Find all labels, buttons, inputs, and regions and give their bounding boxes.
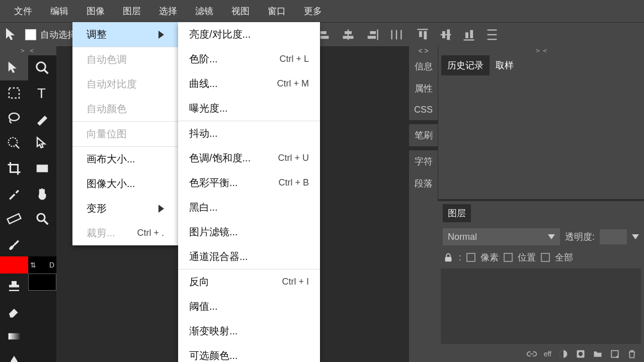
tab-info[interactable]: 信息: [409, 55, 438, 77]
history-panel: ＞＜ 历史记录 取样: [438, 46, 644, 199]
stamp-tool[interactable]: [0, 274, 28, 299]
tab-character[interactable]: 字符: [409, 150, 438, 172]
image-menu-item-6: 向量位图: [72, 122, 178, 146]
tab-brush[interactable]: 笔刷: [409, 124, 438, 146]
adjust-menu-item-14[interactable]: 渐变映射...: [178, 319, 320, 343]
align-bottom-icon[interactable]: [462, 28, 476, 42]
svg-rect-19: [465, 32, 468, 38]
menu-layer[interactable]: 图层: [114, 0, 150, 22]
panel-grip[interactable]: ＞＜: [0, 46, 56, 55]
link-icon[interactable]: [527, 349, 537, 359]
marquee-tool[interactable]: [0, 80, 28, 106]
tab-history[interactable]: 历史记录: [441, 55, 490, 75]
menu-more[interactable]: 更多: [295, 0, 331, 22]
layers-tab[interactable]: 图层: [443, 204, 471, 222]
swap-default-colors[interactable]: ⇅D: [28, 256, 56, 274]
adjust-menu-item-10[interactable]: 通道混合器...: [178, 244, 320, 269]
rectangle-tool[interactable]: [28, 156, 56, 181]
image-menu-item-10[interactable]: 变形: [72, 196, 178, 221]
crop-tool[interactable]: [0, 156, 28, 181]
svg-text:T: T: [37, 85, 46, 101]
eyedropper-tool[interactable]: [0, 181, 28, 206]
folder-icon[interactable]: [593, 349, 603, 359]
adjustment-icon[interactable]: [576, 349, 586, 359]
svg-rect-16: [442, 31, 445, 38]
mask-icon[interactable]: [558, 349, 569, 359]
tab-paragraph[interactable]: 段落: [409, 172, 438, 195]
direct-select-tool[interactable]: [28, 131, 56, 156]
panel-grip[interactable]: ＞＜: [438, 46, 644, 55]
svg-rect-6: [377, 29, 378, 40]
menu-image[interactable]: 图像: [77, 0, 114, 22]
adjust-menu-item-13[interactable]: 阈值...: [178, 294, 320, 319]
gradient-tool[interactable]: [0, 324, 28, 349]
menu-view[interactable]: 视图: [222, 0, 259, 22]
adjust-menu-item-2[interactable]: 曲线...Ctrl + M: [178, 71, 320, 96]
pen-tool[interactable]: [28, 106, 56, 131]
brush-tool[interactable]: [0, 231, 28, 256]
ruler-tool[interactable]: [0, 206, 28, 231]
opacity-input[interactable]: [600, 229, 627, 244]
lock-pixels-checkbox[interactable]: [466, 253, 475, 262]
auto-select-label: 自动选择: [40, 29, 76, 41]
adjust-menu-item-6[interactable]: 色调/饱和度...Ctrl + U: [178, 146, 320, 170]
effects-button[interactable]: eff: [544, 350, 551, 358]
layers-list[interactable]: [441, 268, 641, 344]
menu-filter[interactable]: 滤镜: [186, 0, 222, 22]
hand-tool[interactable]: [28, 181, 56, 206]
svg-rect-1: [320, 31, 327, 34]
svg-rect-8: [368, 36, 376, 39]
move-tool[interactable]: [0, 55, 28, 80]
align-right-icon[interactable]: [365, 28, 379, 42]
align-hcenter-icon[interactable]: [341, 28, 355, 42]
image-menu-item-11: 裁剪...Ctrl + .: [72, 221, 178, 245]
blend-mode-select[interactable]: Normal: [443, 228, 560, 245]
new-layer-icon[interactable]: [610, 349, 620, 359]
adjust-menu-item-8[interactable]: 黑白...: [178, 195, 320, 220]
image-menu-item-9[interactable]: 图像大小...: [72, 171, 178, 196]
adjust-menu-item-0[interactable]: 亮度/对比度...: [178, 22, 320, 47]
foreground-color[interactable]: [0, 256, 28, 274]
image-menu-item-0[interactable]: 调整: [72, 22, 178, 47]
collapsed-panels: < > 信息 属性 CSS 笔刷 字符 段落: [409, 46, 438, 362]
lasso-tool[interactable]: [0, 106, 28, 131]
text-tool[interactable]: T: [28, 80, 56, 106]
lock-all-checkbox[interactable]: [541, 253, 550, 262]
align-top-icon[interactable]: [416, 28, 430, 42]
menu-edit[interactable]: 编辑: [41, 0, 77, 22]
auto-select-checkbox[interactable]: [25, 29, 36, 40]
chevron-down-icon[interactable]: [632, 234, 639, 239]
tab-swatches[interactable]: 取样: [490, 55, 520, 75]
adjust-menu-item-5[interactable]: 抖动...: [178, 121, 320, 146]
magnify-lens-tool[interactable]: [28, 55, 56, 80]
zoom-tool[interactable]: [28, 206, 56, 231]
svg-point-24: [37, 62, 46, 71]
blend-mode-value: Normal: [448, 232, 477, 242]
distribute-v-icon[interactable]: [485, 28, 499, 42]
adjust-menu-item-7[interactable]: 色彩平衡...Ctrl + B: [178, 170, 320, 195]
trash-icon[interactable]: [627, 349, 637, 359]
blur-tool[interactable]: [0, 349, 28, 362]
align-vcenter-icon[interactable]: [439, 28, 453, 42]
lock-position-checkbox[interactable]: [504, 253, 513, 262]
svg-point-32: [37, 214, 45, 221]
distribute-icon[interactable]: [389, 28, 404, 42]
menu-window[interactable]: 窗口: [259, 0, 295, 22]
eraser-tool[interactable]: [0, 299, 28, 324]
panel-grip[interactable]: < >: [409, 46, 438, 55]
adjust-menu-item-9[interactable]: 图片滤镜...: [178, 220, 320, 244]
menu-select[interactable]: 选择: [150, 0, 186, 22]
adjust-menu-item-3[interactable]: 曝光度...: [178, 96, 320, 121]
adjust-menu-item-12[interactable]: 反向Ctrl + I: [178, 269, 320, 294]
svg-rect-31: [8, 214, 21, 224]
svg-rect-12: [418, 29, 428, 30]
image-menu-item-8[interactable]: 画布大小...: [72, 147, 178, 171]
adjust-menu-item-15[interactable]: 可选颜色...: [178, 343, 320, 362]
tab-css[interactable]: CSS: [409, 100, 438, 120]
chevron-down-icon: [548, 234, 555, 239]
background-color[interactable]: [28, 274, 56, 291]
menu-file[interactable]: 文件: [5, 0, 41, 22]
adjust-menu-item-1[interactable]: 色阶...Ctrl + L: [178, 47, 320, 71]
tab-props[interactable]: 属性: [409, 77, 438, 100]
quick-select-tool[interactable]: [0, 131, 28, 156]
